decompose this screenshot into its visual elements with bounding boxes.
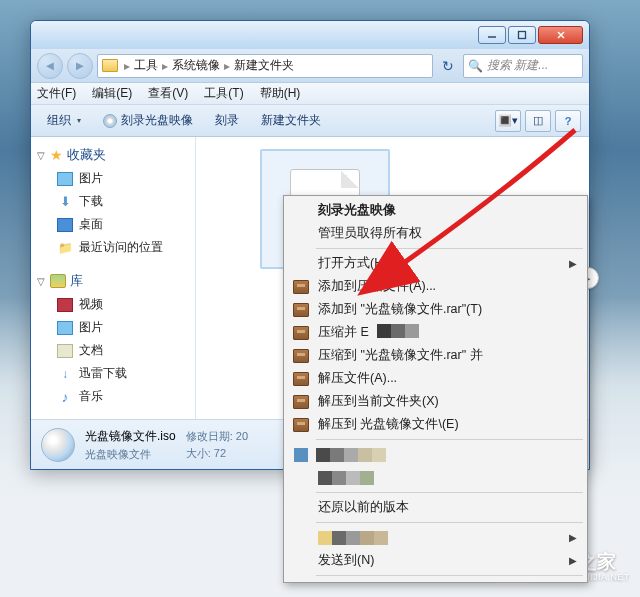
context-menu: 刻录光盘映像 管理员取得所有权 打开方式(H)▶ 添加到压缩文件(A)... 添… bbox=[283, 195, 588, 583]
rar-icon bbox=[293, 280, 309, 294]
sidebar-item-documents[interactable]: 文档 bbox=[35, 339, 191, 362]
sidebar-item-lib-pictures[interactable]: 图片 bbox=[35, 316, 191, 339]
pictures-icon bbox=[57, 321, 73, 335]
view-mode-button[interactable]: 🔳▾ bbox=[495, 110, 521, 132]
ctx-open-with[interactable]: 打开方式(H)▶ bbox=[286, 252, 585, 275]
rar-icon bbox=[293, 418, 309, 432]
separator bbox=[316, 439, 583, 440]
redacted-text bbox=[316, 448, 386, 462]
preview-pane-button[interactable]: ◫ bbox=[525, 110, 551, 132]
submenu-arrow-icon: ▶ bbox=[569, 532, 577, 543]
sidebar-item-recent[interactable]: 最近访问的位置 bbox=[35, 236, 191, 259]
sidebar-item-music[interactable]: 音乐 bbox=[35, 385, 191, 408]
music-icon bbox=[57, 390, 73, 404]
refresh-button[interactable]: ↻ bbox=[437, 55, 459, 77]
nav-back-button[interactable]: ◄ bbox=[37, 53, 63, 79]
download-icon bbox=[57, 195, 73, 209]
sidebar-item-thunder[interactable]: 迅雷下载 bbox=[35, 362, 191, 385]
app-icon bbox=[294, 448, 308, 462]
svg-rect-1 bbox=[519, 32, 526, 39]
breadcrumb-seg[interactable]: 新建文件夹 bbox=[234, 57, 294, 74]
sidebar-item-downloads[interactable]: 下载 bbox=[35, 190, 191, 213]
breadcrumb-seg[interactable]: 工具 bbox=[134, 57, 158, 74]
nav-forward-button[interactable]: ► bbox=[67, 53, 93, 79]
menu-edit[interactable]: 编辑(E) bbox=[92, 85, 132, 102]
sidebar-item-desktop[interactable]: 桌面 bbox=[35, 213, 191, 236]
sidebar-item-videos[interactable]: 视频 bbox=[35, 293, 191, 316]
video-icon bbox=[57, 298, 73, 312]
burn-image-button[interactable]: 刻录光盘映像 bbox=[95, 109, 201, 132]
menu-file[interactable]: 文件(F) bbox=[37, 85, 76, 102]
detail-filename: 光盘镜像文件.iso bbox=[85, 428, 176, 445]
separator bbox=[316, 248, 583, 249]
redacted-text bbox=[318, 471, 374, 485]
menu-help[interactable]: 帮助(H) bbox=[260, 85, 301, 102]
titlebar bbox=[31, 21, 589, 49]
organize-button[interactable]: 组织 bbox=[39, 109, 89, 132]
rar-icon bbox=[293, 395, 309, 409]
libraries-group[interactable]: ▽库 bbox=[35, 269, 191, 293]
menu-view[interactable]: 查看(V) bbox=[148, 85, 188, 102]
breadcrumb-seg[interactable]: 系统镜像 bbox=[172, 57, 220, 74]
separator bbox=[316, 575, 583, 576]
ctx-compress-and[interactable]: 压缩并 E bbox=[286, 321, 585, 344]
library-icon bbox=[50, 274, 66, 288]
document-icon bbox=[57, 344, 73, 358]
submenu-arrow-icon: ▶ bbox=[569, 555, 577, 566]
new-folder-button[interactable]: 新建文件夹 bbox=[253, 109, 329, 132]
redacted-text bbox=[318, 531, 388, 545]
ctx-add-archive[interactable]: 添加到压缩文件(A)... bbox=[286, 275, 585, 298]
ctx-add-rar[interactable]: 添加到 "光盘镜像文件.rar"(T) bbox=[286, 298, 585, 321]
separator bbox=[316, 522, 583, 523]
minimize-button[interactable] bbox=[478, 26, 506, 44]
detail-filetype: 光盘映像文件 bbox=[85, 447, 176, 462]
disc-icon bbox=[103, 114, 117, 128]
maximize-button[interactable] bbox=[508, 26, 536, 44]
ctx-redacted-3[interactable]: ▶ bbox=[286, 526, 585, 549]
address-bar: ◄ ► ▸ 工具 ▸ 系统镜像 ▸ 新建文件夹 ↻ 🔍 搜索 新建... bbox=[31, 49, 589, 83]
star-icon: ★ bbox=[50, 147, 63, 163]
desktop-icon bbox=[57, 218, 73, 232]
disc-icon bbox=[41, 428, 75, 462]
search-placeholder: 搜索 新建... bbox=[487, 57, 548, 74]
ctx-burn-image[interactable]: 刻录光盘映像 bbox=[286, 199, 585, 222]
toolbar: 组织 刻录光盘映像 刻录 新建文件夹 🔳▾ ◫ ? bbox=[31, 105, 589, 137]
sidebar-item-pictures[interactable]: 图片 bbox=[35, 167, 191, 190]
submenu-arrow-icon: ▶ bbox=[569, 258, 577, 269]
ctx-send-to[interactable]: 发送到(N)▶ bbox=[286, 549, 585, 572]
thunder-icon bbox=[57, 367, 73, 381]
burn-button[interactable]: 刻录 bbox=[207, 109, 247, 132]
collapse-icon: ▽ bbox=[37, 277, 46, 286]
recent-icon bbox=[57, 241, 73, 255]
rar-icon bbox=[293, 303, 309, 317]
ctx-restore-prev[interactable]: 还原以前的版本 bbox=[286, 496, 585, 519]
ctx-redacted-1[interactable] bbox=[286, 443, 585, 466]
ctx-admin-own[interactable]: 管理员取得所有权 bbox=[286, 222, 585, 245]
ctx-redacted-2[interactable] bbox=[286, 466, 585, 489]
redacted-text bbox=[377, 324, 419, 342]
folder-icon bbox=[102, 59, 118, 72]
breadcrumb[interactable]: ▸ 工具 ▸ 系统镜像 ▸ 新建文件夹 bbox=[97, 54, 433, 78]
rar-icon bbox=[293, 349, 309, 363]
ctx-extract[interactable]: 解压文件(A)... bbox=[286, 367, 585, 390]
ctx-extract-to[interactable]: 解压到 光盘镜像文件\(E) bbox=[286, 413, 585, 436]
menubar: 文件(F) 编辑(E) 查看(V) 工具(T) 帮助(H) bbox=[31, 83, 589, 105]
search-input[interactable]: 🔍 搜索 新建... bbox=[463, 54, 583, 78]
close-button[interactable] bbox=[538, 26, 583, 44]
separator bbox=[316, 492, 583, 493]
help-button[interactable]: ? bbox=[555, 110, 581, 132]
rar-icon bbox=[293, 326, 309, 340]
pictures-icon bbox=[57, 172, 73, 186]
rar-icon bbox=[293, 372, 309, 386]
collapse-icon: ▽ bbox=[37, 151, 46, 160]
search-icon: 🔍 bbox=[468, 59, 483, 73]
nav-sidebar: ▽★收藏夹 图片 下载 桌面 最近访问的位置 ▽库 视频 图片 文档 迅雷下载 … bbox=[31, 137, 196, 419]
favorites-group[interactable]: ▽★收藏夹 bbox=[35, 143, 191, 167]
menu-tools[interactable]: 工具(T) bbox=[204, 85, 243, 102]
ctx-compress-to[interactable]: 压缩到 "光盘镜像文件.rar" 并 bbox=[286, 344, 585, 367]
ctx-extract-here[interactable]: 解压到当前文件夹(X) bbox=[286, 390, 585, 413]
